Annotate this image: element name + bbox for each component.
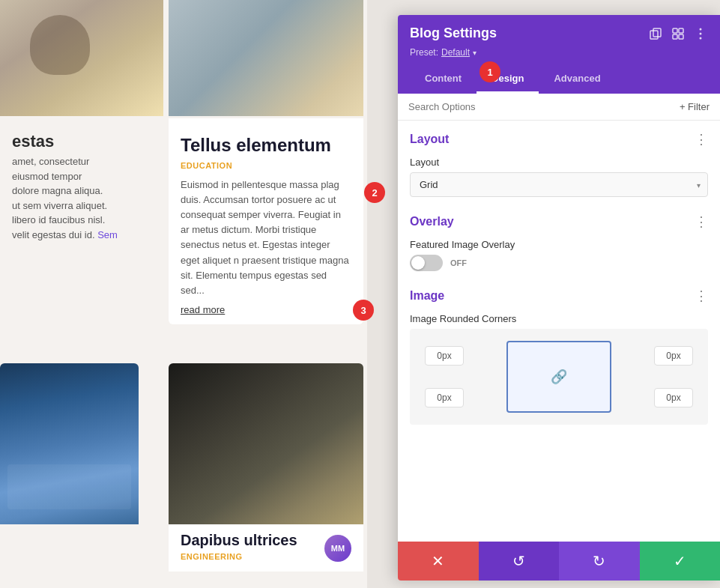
save-button[interactable]: ✓ xyxy=(640,542,721,581)
image-section-menu-icon[interactable]: ⋮ xyxy=(695,289,708,303)
image-corners-label: Image Rounded Corners xyxy=(410,313,708,324)
panel-title: Blog Settings xyxy=(410,25,497,41)
layout-section-menu-icon[interactable]: ⋮ xyxy=(695,133,708,146)
panel-tabs: Content Design Advanced xyxy=(410,65,708,94)
right-card-body: Euismod in pellentesque massa plag duis.… xyxy=(181,178,351,298)
step-badge-3: 3 xyxy=(353,300,374,321)
image-corners-field: Image Rounded Corners 🔗 xyxy=(410,313,708,425)
bottom-left-image xyxy=(0,363,139,524)
read-more-link[interactable]: read more xyxy=(181,304,351,315)
corners-grid: 🔗 xyxy=(410,329,708,425)
svg-rect-2 xyxy=(673,28,677,33)
panel-icon-layout[interactable] xyxy=(671,26,686,41)
left-card-body: amet, consectetureiusmod tempordolore ma… xyxy=(12,154,151,242)
bottom-right-image xyxy=(169,363,363,524)
layout-dropdown[interactable]: Grid List Masonry xyxy=(410,172,708,197)
svg-rect-1 xyxy=(653,28,661,37)
panel-icon-copy[interactable] xyxy=(648,26,663,41)
svg-rect-4 xyxy=(673,34,677,39)
step-badge-2: 2 xyxy=(364,182,385,203)
link-icon: 🔗 xyxy=(551,369,567,385)
corner-bottom-left-input[interactable] xyxy=(425,388,464,407)
toggle-off-label: OFF xyxy=(450,258,467,267)
right-card-category: EDUCATION xyxy=(181,161,351,170)
corner-bottom-right-input[interactable] xyxy=(654,388,693,407)
overlay-field: Featured Image Overlay OFF xyxy=(410,239,708,271)
overlay-section-menu-icon[interactable]: ⋮ xyxy=(695,215,708,228)
left-card-link[interactable]: Sem xyxy=(97,229,118,240)
corner-top-left-input[interactable] xyxy=(425,346,464,366)
panel-icon-more[interactable] xyxy=(693,26,708,41)
panel-header-icons xyxy=(648,26,708,41)
preset-label: Preset: xyxy=(410,47,438,58)
avatar: MM xyxy=(324,535,351,562)
toggle-knob xyxy=(411,256,425,270)
panel-search-bar: + Filter xyxy=(398,94,720,121)
settings-panel: Blog Settings xyxy=(398,15,720,581)
overlay-section-title: Overlay xyxy=(410,215,454,228)
overlay-toggle[interactable] xyxy=(410,255,443,271)
panel-body: Layout ⋮ Layout Grid List Masonry ▾ Over… xyxy=(398,121,720,542)
left-text-card: estas amet, consectetureiusmod tempordol… xyxy=(0,120,163,254)
bottom-card-title: Dapibus ultrices xyxy=(181,532,297,549)
preset-row: Preset: Default ▾ xyxy=(410,47,708,58)
step-badge-1: 1 xyxy=(480,61,500,82)
panel-footer: ✕ ↺ ↻ ✓ xyxy=(398,542,720,581)
image-section-title: Image xyxy=(410,289,444,303)
svg-point-8 xyxy=(700,37,702,39)
layout-field: Layout Grid List Masonry ▾ xyxy=(410,157,708,197)
tab-advanced[interactable]: Advanced xyxy=(539,65,615,94)
search-input[interactable] xyxy=(408,101,680,112)
redo-button[interactable]: ↻ xyxy=(559,542,640,581)
reset-button[interactable]: ↺ xyxy=(479,542,560,581)
cancel-button[interactable]: ✕ xyxy=(398,542,479,581)
preset-arrow-icon: ▾ xyxy=(473,49,477,57)
preset-value[interactable]: Default xyxy=(441,47,470,58)
right-main-card: Tellus elementum EDUCATION Euismod in pe… xyxy=(169,118,363,324)
corners-center-box: 🔗 xyxy=(506,341,611,413)
layout-select-wrapper: Grid List Masonry ▾ xyxy=(410,172,708,197)
overlay-section: Overlay ⋮ Featured Image Overlay OFF xyxy=(410,215,708,271)
panel-header: Blog Settings xyxy=(398,15,720,94)
layout-section: Layout ⋮ Layout Grid List Masonry ▾ xyxy=(410,133,708,197)
layout-field-label: Layout xyxy=(410,157,708,168)
bottom-right-text-card: Dapibus ultrices ENGINEERING MM xyxy=(169,524,363,572)
corner-top-right-input[interactable] xyxy=(654,346,693,366)
tab-content[interactable]: Content xyxy=(410,65,477,94)
toggle-row: OFF xyxy=(410,255,708,271)
blog-background: estas amet, consectetureiusmod tempordol… xyxy=(0,0,367,588)
svg-rect-0 xyxy=(650,31,658,39)
svg-rect-5 xyxy=(679,34,683,39)
svg-rect-3 xyxy=(679,28,683,33)
svg-point-6 xyxy=(700,28,702,30)
bottom-card-category: ENGINEERING xyxy=(181,552,297,561)
layout-section-title: Layout xyxy=(410,133,449,146)
svg-point-7 xyxy=(700,32,702,34)
left-card-title: estas xyxy=(12,132,151,151)
filter-button[interactable]: + Filter xyxy=(680,101,710,112)
right-card-title: Tellus elementum xyxy=(181,135,351,157)
image-section: Image ⋮ Image Rounded Corners 🔗 xyxy=(410,289,708,425)
overlay-field-label: Featured Image Overlay xyxy=(410,239,708,250)
